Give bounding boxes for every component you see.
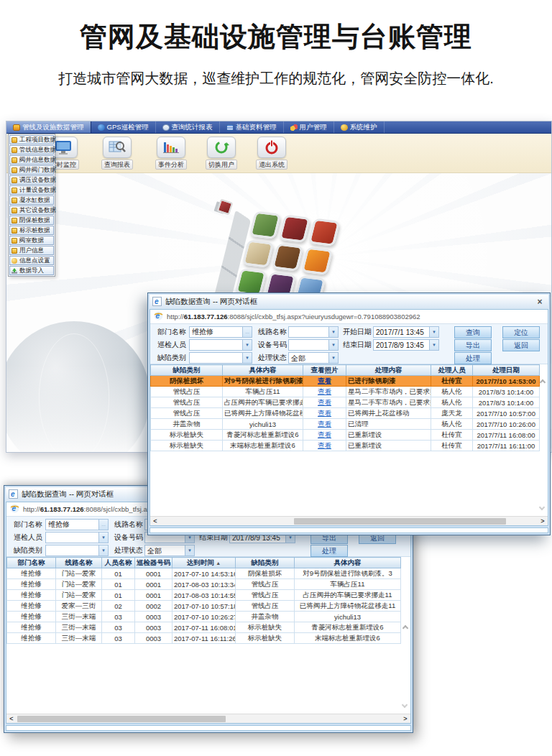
- table-row[interactable]: 管线占压 车辆占压11 查看 星马二手车市场内，已要求挪车。 杨人伦 2017/…: [151, 387, 540, 397]
- scroll-left-arrow[interactable]: <: [6, 714, 17, 724]
- sidebar-item-user-info[interactable]: 用户信息: [9, 246, 54, 255]
- col-defect-type[interactable]: 缺陷类别: [236, 558, 295, 568]
- event-analysis-button[interactable]: 事件分析: [150, 137, 192, 170]
- menu-tab-gps[interactable]: GPS巡检管理: [91, 121, 156, 133]
- table-row[interactable]: 维抢修 三街—末端 03 0003 2017-07-11 16:08:01 标示…: [7, 622, 401, 633]
- chevron-down-icon[interactable]: ▼: [328, 327, 338, 337]
- view-photo-link[interactable]: 查看: [318, 398, 331, 406]
- col-detail[interactable]: 具体内容: [295, 558, 401, 568]
- chevron-down-icon[interactable]: ▼: [242, 353, 252, 363]
- col-device-no[interactable]: 巡检器号码: [135, 558, 172, 568]
- col-handling[interactable]: 处理内容: [346, 365, 431, 376]
- menu-tab-base-data[interactable]: 基础资料管理: [220, 121, 284, 133]
- sidebar-item-data-import[interactable]: 数据导入: [9, 266, 54, 275]
- view-photo-link[interactable]: 查看: [318, 420, 331, 428]
- back-button[interactable]: 返回: [502, 339, 540, 351]
- scroll-up-chevron[interactable]: [402, 625, 408, 631]
- chevron-down-icon[interactable]: ▼: [242, 340, 252, 350]
- query-button[interactable]: 查询: [454, 326, 492, 338]
- menu-tab-reports[interactable]: 查询统计报表: [156, 121, 220, 133]
- close-icon[interactable]: ×: [534, 296, 546, 308]
- switch-user-button[interactable]: 切换用户: [201, 137, 242, 170]
- col-person[interactable]: 人员名称: [102, 558, 135, 568]
- col-handler[interactable]: 处理人员: [431, 365, 473, 376]
- query-report-button[interactable]: 查询报表: [96, 137, 138, 170]
- table-row[interactable]: 维抢修 三街—末端 03 0003 2017-07-11 16:11:26 标示…: [7, 633, 401, 644]
- col-detail[interactable]: 具体内容: [223, 365, 303, 376]
- scroll-thumb[interactable]: [17, 716, 226, 722]
- scroll-thumb[interactable]: [294, 518, 506, 525]
- menu-tab-users[interactable]: 用户管理: [284, 121, 334, 133]
- status-select[interactable]: 全部▼: [288, 352, 339, 364]
- table-row[interactable]: 维抢修 门站—爱家 01 0001 2017-08-03 10:13:34 管线…: [7, 579, 401, 590]
- col-arrive-time[interactable]: 达到时间 ▲: [172, 558, 236, 568]
- table-row[interactable]: 维抢修 爱家—三街 02 0002 2017-07-10 10:57:18 管线…: [7, 601, 401, 612]
- start-date-field[interactable]: 2017/7/1 13:45▼: [373, 326, 439, 338]
- status-select[interactable]: 全部▼: [144, 545, 195, 556]
- sidebar-item-valve-well-valves[interactable]: 阀井阀门数据: [9, 165, 54, 175]
- table-row[interactable]: 管线占压 已将阀井上方障碍物花盆移走11 查看 已将阀井上花盆移动 庞天龙 20…: [151, 408, 540, 419]
- sidebar-item-valve-rooms[interactable]: 阀室数据: [9, 236, 54, 245]
- sidebar-item-info-points[interactable]: 信息点设置: [9, 256, 54, 265]
- handle-button[interactable]: 处理: [310, 545, 348, 557]
- scroll-down-chevron[interactable]: [539, 504, 545, 510]
- sidebar-item-cathodic-piles[interactable]: 阴保桩数据: [9, 216, 54, 225]
- handle-button[interactable]: 处理: [454, 352, 492, 364]
- sidebar-item-metering-devices[interactable]: 计量设备数据: [9, 185, 54, 195]
- dialog-title-bar[interactable]: e 缺陷数据查询 -- 网页对话框 ×: [150, 295, 548, 309]
- col-view-photo[interactable]: 查看照片: [303, 365, 346, 376]
- sidebar-item-project-data[interactable]: 工程项目数据: [9, 135, 54, 144]
- view-photo-link[interactable]: 查看: [318, 377, 331, 384]
- chevron-down-icon[interactable]: ▼: [328, 340, 338, 350]
- menu-tab-system[interactable]: 系统维护: [334, 121, 385, 133]
- end-date-field[interactable]: 2017/8/9 13:45▼: [373, 339, 439, 351]
- view-photo-link[interactable]: 查看: [318, 430, 331, 438]
- sidebar-item-other-devices[interactable]: 其它设备数据: [9, 206, 54, 215]
- sidebar-item-marker-piles[interactable]: 标示桩数据: [9, 226, 54, 235]
- locate-button[interactable]: 定位: [502, 326, 540, 338]
- menu-tab-pipeline-data[interactable]: 管线及设施数据管理: [6, 121, 91, 133]
- table-row[interactable]: 维抢修 门站—爱家 01 0001 2017-08-03 10:14:55 管线…: [7, 590, 401, 601]
- ellipsis-button[interactable]: …: [98, 520, 108, 530]
- device-select[interactable]: ▼: [288, 339, 339, 351]
- chevron-down-icon[interactable]: ▼: [98, 533, 108, 543]
- table-row[interactable]: 阴保桩损坏 对9号阴保桩进行除锈刷漆。3 查看 已进行除锈刷漆 杜传宜 2017…: [151, 376, 540, 387]
- export-button[interactable]: 导出: [454, 339, 492, 351]
- col-defect-type[interactable]: 缺陷类别: [151, 365, 223, 376]
- sidebar-item-condensate-tank[interactable]: 凝水缸数据: [9, 195, 54, 205]
- col-handle-date[interactable]: 处理日期: [473, 365, 540, 376]
- table-row[interactable]: 维抢修 三街—末端 03 0003 2017-07-10 10:26:27 井盖…: [7, 612, 401, 622]
- table-row[interactable]: 维抢修 门站—爱家 01 0001 2017-07-10 14:53:16 阴保…: [7, 568, 401, 579]
- scroll-up-chevron[interactable]: [540, 379, 546, 385]
- col-dept[interactable]: 部门名称: [7, 558, 56, 568]
- horizontal-scrollbar[interactable]: < >: [6, 714, 410, 723]
- scroll-left-arrow[interactable]: <: [150, 517, 160, 526]
- view-photo-link[interactable]: 查看: [318, 387, 331, 395]
- chevron-down-icon[interactable]: ▼: [185, 545, 194, 556]
- chevron-down-icon[interactable]: ▼: [429, 340, 438, 350]
- dept-input[interactable]: [46, 520, 98, 530]
- chevron-down-icon[interactable]: ▼: [429, 327, 438, 337]
- scroll-right-arrow[interactable]: >: [538, 517, 548, 526]
- chevron-down-icon[interactable]: ▼: [98, 545, 108, 556]
- inspector-select[interactable]: ▼: [45, 532, 109, 543]
- table-row[interactable]: 管线占压 占压阀井的车辆已要求挪走11 查看 星马二手车市场内，已要求挪车。 杨…: [151, 397, 540, 408]
- sidebar-item-pipeline-info[interactable]: 管线信息数据: [9, 145, 54, 155]
- sidebar-item-valve-well-info[interactable]: 阀井信息数据: [9, 155, 54, 165]
- exit-system-button[interactable]: 退出系统: [251, 137, 293, 170]
- table-row[interactable]: 标示桩缺失 末端标志桩重新埋设6 查看 已重新埋设 杜传宜 2017/7/11 …: [151, 441, 540, 451]
- defect-type-select[interactable]: ▼: [45, 545, 109, 556]
- sidebar-item-pressure-devices[interactable]: 调压设备数据: [9, 175, 54, 185]
- table-row[interactable]: 标示桩缺失 青菱河标志桩重新埋设6 查看 已重新埋设 杜传宜 2017/7/11…: [151, 430, 540, 441]
- col-line[interactable]: 线路名称: [56, 558, 102, 568]
- defect-type-select[interactable]: ▼: [189, 352, 252, 364]
- horizontal-scrollbar[interactable]: < >: [150, 516, 548, 525]
- chevron-down-icon[interactable]: ▼: [328, 353, 338, 363]
- ellipsis-button[interactable]: …: [242, 327, 252, 337]
- line-select[interactable]: ▼: [288, 326, 339, 338]
- inspector-select[interactable]: ▼: [189, 339, 252, 351]
- scroll-down-chevron[interactable]: [402, 702, 408, 708]
- scroll-right-arrow[interactable]: >: [400, 714, 410, 724]
- table-row[interactable]: 井盖杂物 yichuli13 查看 已清理 杨人伦 2017/7/10 10:2…: [151, 419, 540, 430]
- view-photo-link[interactable]: 查看: [318, 409, 331, 417]
